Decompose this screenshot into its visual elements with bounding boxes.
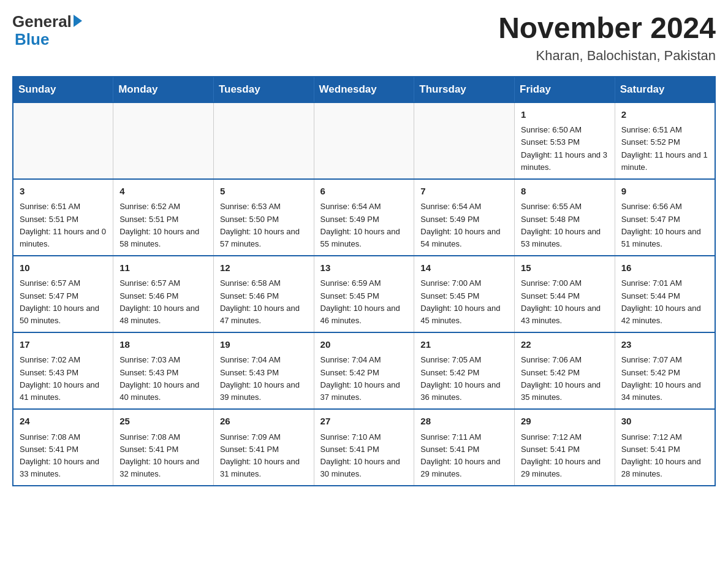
- day-info: Sunrise: 6:52 AM Sunset: 5:51 PM Dayligh…: [119, 202, 199, 248]
- day-number: 30: [621, 415, 708, 429]
- day-number: 3: [20, 185, 107, 199]
- location-subtitle: Kharan, Balochistan, Pakistan: [498, 48, 716, 64]
- day-info: Sunrise: 7:01 AM Sunset: 5:44 PM Dayligh…: [621, 278, 701, 324]
- day-info: Sunrise: 6:59 AM Sunset: 5:45 PM Dayligh…: [320, 278, 400, 324]
- day-number: 1: [521, 108, 609, 122]
- day-number: 21: [420, 338, 508, 352]
- day-number: 2: [621, 108, 708, 122]
- calendar-cell: 21Sunrise: 7:05 AM Sunset: 5:42 PM Dayli…: [414, 332, 515, 409]
- day-number: 28: [420, 415, 508, 429]
- day-info: Sunrise: 6:58 AM Sunset: 5:46 PM Dayligh…: [220, 278, 300, 324]
- logo: General Blue: [12, 12, 82, 49]
- calendar-cell: 11Sunrise: 6:57 AM Sunset: 5:46 PM Dayli…: [113, 256, 214, 332]
- calendar-cell: [414, 102, 515, 179]
- title-section: November 2024 Kharan, Balochistan, Pakis…: [498, 12, 716, 64]
- day-info: Sunrise: 6:51 AM Sunset: 5:52 PM Dayligh…: [621, 125, 708, 171]
- calendar-cell: 8Sunrise: 6:55 AM Sunset: 5:48 PM Daylig…: [515, 179, 615, 256]
- calendar-cell: [13, 102, 113, 179]
- calendar-cell: 7Sunrise: 6:54 AM Sunset: 5:49 PM Daylig…: [414, 179, 515, 256]
- day-of-week-sunday: Sunday: [13, 77, 113, 102]
- day-info: Sunrise: 7:04 AM Sunset: 5:42 PM Dayligh…: [320, 355, 400, 401]
- day-number: 14: [420, 261, 508, 275]
- day-number: 23: [621, 338, 708, 352]
- day-info: Sunrise: 6:53 AM Sunset: 5:50 PM Dayligh…: [220, 202, 300, 248]
- calendar-cell: 12Sunrise: 6:58 AM Sunset: 5:46 PM Dayli…: [213, 256, 314, 332]
- day-of-week-friday: Friday: [515, 77, 615, 102]
- day-number: 4: [119, 185, 207, 199]
- day-number: 9: [621, 185, 708, 199]
- day-number: 24: [20, 415, 107, 429]
- day-info: Sunrise: 6:57 AM Sunset: 5:47 PM Dayligh…: [20, 278, 99, 324]
- day-number: 26: [220, 415, 308, 429]
- calendar-cell: [213, 102, 314, 179]
- week-row-2: 3Sunrise: 6:51 AM Sunset: 5:51 PM Daylig…: [13, 179, 715, 256]
- calendar-cell: 18Sunrise: 7:03 AM Sunset: 5:43 PM Dayli…: [113, 332, 214, 409]
- day-number: 5: [220, 185, 308, 199]
- calendar-cell: 2Sunrise: 6:51 AM Sunset: 5:52 PM Daylig…: [615, 102, 715, 179]
- day-info: Sunrise: 6:57 AM Sunset: 5:46 PM Dayligh…: [119, 278, 199, 324]
- day-number: 25: [119, 415, 207, 429]
- calendar-cell: 9Sunrise: 6:56 AM Sunset: 5:47 PM Daylig…: [615, 179, 715, 256]
- calendar-cell: 25Sunrise: 7:08 AM Sunset: 5:41 PM Dayli…: [113, 409, 214, 486]
- calendar-cell: 4Sunrise: 6:52 AM Sunset: 5:51 PM Daylig…: [113, 179, 214, 256]
- day-info: Sunrise: 7:09 AM Sunset: 5:41 PM Dayligh…: [220, 432, 300, 478]
- day-number: 8: [521, 185, 609, 199]
- week-row-1: 1Sunrise: 6:50 AM Sunset: 5:53 PM Daylig…: [13, 102, 715, 179]
- day-info: Sunrise: 7:05 AM Sunset: 5:42 PM Dayligh…: [420, 355, 500, 401]
- calendar-cell: 24Sunrise: 7:08 AM Sunset: 5:41 PM Dayli…: [13, 409, 113, 486]
- day-number: 13: [320, 261, 408, 275]
- calendar-cell: 30Sunrise: 7:12 AM Sunset: 5:41 PM Dayli…: [615, 409, 715, 486]
- day-of-week-saturday: Saturday: [615, 77, 715, 102]
- calendar-cell: 10Sunrise: 6:57 AM Sunset: 5:47 PM Dayli…: [13, 256, 113, 332]
- week-row-5: 24Sunrise: 7:08 AM Sunset: 5:41 PM Dayli…: [13, 409, 715, 486]
- calendar-cell: 6Sunrise: 6:54 AM Sunset: 5:49 PM Daylig…: [314, 179, 414, 256]
- day-number: 19: [220, 338, 308, 352]
- logo-blue-text: Blue: [15, 30, 49, 49]
- day-number: 7: [420, 185, 508, 199]
- day-info: Sunrise: 7:02 AM Sunset: 5:43 PM Dayligh…: [20, 355, 99, 401]
- calendar-cell: 26Sunrise: 7:09 AM Sunset: 5:41 PM Dayli…: [213, 409, 314, 486]
- day-info: Sunrise: 7:08 AM Sunset: 5:41 PM Dayligh…: [119, 432, 199, 478]
- day-number: 20: [320, 338, 408, 352]
- day-number: 29: [521, 415, 609, 429]
- day-of-week-wednesday: Wednesday: [314, 77, 414, 102]
- calendar-cell: 5Sunrise: 6:53 AM Sunset: 5:50 PM Daylig…: [213, 179, 314, 256]
- day-number: 18: [119, 338, 207, 352]
- calendar-cell: 16Sunrise: 7:01 AM Sunset: 5:44 PM Dayli…: [615, 256, 715, 332]
- day-of-week-monday: Monday: [113, 77, 214, 102]
- day-number: 10: [20, 261, 107, 275]
- day-info: Sunrise: 7:12 AM Sunset: 5:41 PM Dayligh…: [621, 432, 701, 478]
- calendar-header-row: SundayMondayTuesdayWednesdayThursdayFrid…: [13, 77, 715, 102]
- calendar-table: SundayMondayTuesdayWednesdayThursdayFrid…: [12, 76, 716, 486]
- day-number: 22: [521, 338, 609, 352]
- day-info: Sunrise: 6:54 AM Sunset: 5:49 PM Dayligh…: [320, 202, 400, 248]
- week-row-4: 17Sunrise: 7:02 AM Sunset: 5:43 PM Dayli…: [13, 332, 715, 409]
- logo-general-text: General: [12, 12, 72, 31]
- calendar-cell: 23Sunrise: 7:07 AM Sunset: 5:42 PM Dayli…: [615, 332, 715, 409]
- day-of-week-tuesday: Tuesday: [213, 77, 314, 102]
- calendar-cell: 29Sunrise: 7:12 AM Sunset: 5:41 PM Dayli…: [515, 409, 615, 486]
- calendar-cell: 17Sunrise: 7:02 AM Sunset: 5:43 PM Dayli…: [13, 332, 113, 409]
- day-number: 12: [220, 261, 308, 275]
- calendar-cell: 14Sunrise: 7:00 AM Sunset: 5:45 PM Dayli…: [414, 256, 515, 332]
- day-number: 15: [521, 261, 609, 275]
- day-number: 6: [320, 185, 408, 199]
- day-info: Sunrise: 7:00 AM Sunset: 5:44 PM Dayligh…: [521, 278, 601, 324]
- calendar-cell: 20Sunrise: 7:04 AM Sunset: 5:42 PM Dayli…: [314, 332, 414, 409]
- day-number: 17: [20, 338, 107, 352]
- calendar-cell: 1Sunrise: 6:50 AM Sunset: 5:53 PM Daylig…: [515, 102, 615, 179]
- day-info: Sunrise: 7:12 AM Sunset: 5:41 PM Dayligh…: [521, 432, 601, 478]
- calendar-cell: 27Sunrise: 7:10 AM Sunset: 5:41 PM Dayli…: [314, 409, 414, 486]
- logo-arrow-icon: [74, 15, 82, 27]
- day-of-week-thursday: Thursday: [414, 77, 515, 102]
- day-info: Sunrise: 7:10 AM Sunset: 5:41 PM Dayligh…: [320, 432, 400, 478]
- day-info: Sunrise: 7:06 AM Sunset: 5:42 PM Dayligh…: [521, 355, 601, 401]
- calendar-cell: [314, 102, 414, 179]
- main-title: November 2024: [498, 12, 716, 45]
- calendar-cell: 19Sunrise: 7:04 AM Sunset: 5:43 PM Dayli…: [213, 332, 314, 409]
- day-info: Sunrise: 6:51 AM Sunset: 5:51 PM Dayligh…: [20, 202, 106, 248]
- day-info: Sunrise: 6:56 AM Sunset: 5:47 PM Dayligh…: [621, 202, 701, 248]
- week-row-3: 10Sunrise: 6:57 AM Sunset: 5:47 PM Dayli…: [13, 256, 715, 332]
- day-info: Sunrise: 7:08 AM Sunset: 5:41 PM Dayligh…: [20, 432, 99, 478]
- day-number: 16: [621, 261, 708, 275]
